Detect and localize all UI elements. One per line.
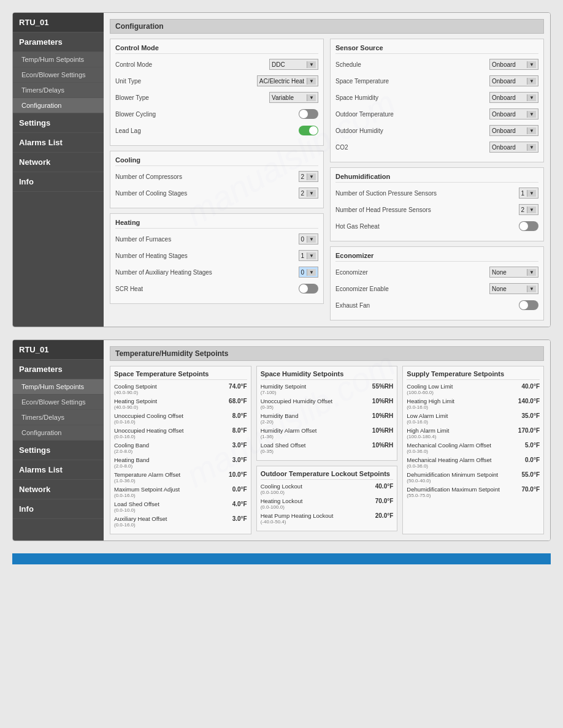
panel2-sidebar-section-settings[interactable]: Settings [13, 441, 104, 460]
sidebar-section-info[interactable]: Info [13, 172, 104, 192]
sp-mech-cooling-alarm-offset-value[interactable]: 5.0°F [515, 442, 540, 449]
sp-cooling-band-value[interactable]: 3.0°F [223, 442, 247, 449]
panel2-sidebar-item-temp-hum[interactable]: Temp/Hum Setpoints [13, 379, 104, 395]
sidebar-section-network[interactable]: Network [13, 153, 104, 172]
sp-temp-alarm-offset-value[interactable]: 10.0°F [223, 471, 247, 478]
label-unit-type: Unit Type [115, 78, 257, 85]
select-co2[interactable]: Onboard ▼ [489, 142, 538, 153]
select-num-compressors[interactable]: 2 ▼ [299, 171, 318, 182]
sp-cooling-setpoint-value[interactable]: 74.0°F [223, 383, 247, 390]
select-economizer-enable[interactable]: None ▼ [489, 283, 538, 294]
value-economizer[interactable]: None ▼ [489, 267, 538, 278]
value-num-cooling-stages[interactable]: 2 ▼ [299, 188, 318, 199]
value-economizer-enable[interactable]: None ▼ [489, 283, 538, 294]
value-num-heating-stages[interactable]: 1 ▼ [299, 250, 318, 261]
panel2-sidebar-section-parameters[interactable]: Parameters [13, 360, 104, 379]
value-head-sensors[interactable]: 2 ▼ [519, 204, 538, 215]
sp-dehum-min-setpoint-label: Dehumidification Minimum Setpoint [407, 471, 515, 478]
select-space-hum[interactable]: Onboard ▼ [489, 92, 538, 103]
panel2-sidebar-item-timers[interactable]: Timers/Delays [13, 410, 104, 425]
sp-heating-lockout-value[interactable]: 70.0°F [369, 498, 393, 504]
select-space-temp[interactable]: Onboard ▼ [489, 75, 538, 86]
toggle-blower-cycling[interactable] [299, 109, 318, 119]
sidebar-item-econ-blower[interactable]: Econ/Blower Settings [13, 67, 104, 83]
sp-hum-load-shed-offset-range: (0-35) [261, 449, 369, 454]
toggle-lead-lag[interactable] [299, 126, 318, 135]
select-num-aux-heating-stages[interactable]: 0 ▼ [299, 267, 318, 278]
sp-hum-alarm-offset-value[interactable]: 10%RH [369, 427, 393, 434]
sp-heating-band-value[interactable]: 3.0°F [223, 457, 247, 463]
panel2-sidebar-title: RTU_01 [13, 340, 104, 360]
toggle-exhaust-fan[interactable] [519, 300, 538, 310]
select-num-cooling-stages[interactable]: 2 ▼ [299, 188, 318, 199]
sp-hp-heating-lockout: Heat Pump Heating Lockout (-40.0-50.4) 2… [261, 512, 394, 525]
value-space-temp[interactable]: Onboard ▼ [489, 75, 538, 86]
sp-hum-band-label-block: Humidity Band (2-20) [261, 412, 369, 425]
sp-mech-heating-alarm-offset-value[interactable]: 0.0°F [515, 457, 540, 463]
select-blower-type[interactable]: Variable ▼ [269, 92, 318, 103]
select-head-sensors[interactable]: 2 ▼ [519, 204, 538, 215]
sp-heating-high-limit-value[interactable]: 140.0°F [515, 398, 540, 404]
toggle-lead-lag-knob [309, 126, 318, 135]
panel2-sidebar-section-info[interactable]: Info [13, 499, 104, 519]
toggle-hot-gas-reheat[interactable] [519, 221, 538, 231]
value-outdoor-temp[interactable]: Onboard ▼ [489, 108, 538, 119]
label-outdoor-temp: Outdoor Temperature [335, 111, 489, 118]
sp-dehum-max-setpoint-value[interactable]: 70.0°F [515, 486, 540, 493]
value-unit-type[interactable]: AC/Electric Heat ▼ [257, 75, 318, 86]
sidebar-section-parameters[interactable]: Parameters [13, 32, 104, 52]
value-lead-lag[interactable] [299, 126, 318, 135]
sp-load-shed-offset-value[interactable]: 4.0°F [223, 501, 247, 507]
panel2-sidebar-item-econ-blower[interactable]: Econ/Blower Settings [13, 395, 104, 410]
value-schedule[interactable]: Onboard ▼ [489, 59, 538, 70]
value-scr-heat[interactable] [299, 284, 318, 294]
sidebar-item-timers[interactable]: Timers/Delays [13, 83, 104, 98]
sp-high-alarm-limit-value[interactable]: 170.0°F [515, 427, 540, 434]
panel2-sidebar-section-alarms[interactable]: Alarms List [13, 460, 104, 480]
sp-unocc-cooling-offset-value[interactable]: 8.0°F [223, 412, 247, 419]
select-economizer[interactable]: None ▼ [489, 267, 538, 278]
select-unit-type[interactable]: AC/Electric Heat ▼ [257, 75, 318, 86]
sp-hum-band-value[interactable]: 10%RH [369, 412, 393, 419]
panel2-sidebar-item-configuration[interactable]: Configuration [13, 425, 104, 441]
sp-unocc-heating-offset-value[interactable]: 8.0°F [223, 427, 247, 434]
value-blower-type[interactable]: Variable ▼ [269, 92, 318, 103]
sidebar-section-alarms[interactable]: Alarms List [13, 133, 104, 153]
value-control-mode[interactable]: DDC ▼ [269, 59, 318, 70]
select-suction-sensors[interactable]: 1 ▼ [519, 188, 538, 199]
sp-hum-load-shed-offset-value[interactable]: 10%RH [369, 442, 393, 449]
value-num-aux-heating-stages[interactable]: 0 ▼ [299, 267, 318, 278]
sidebar-item-temp-hum[interactable]: Temp/Hum Setpoints [13, 52, 104, 67]
value-exhaust-fan[interactable] [519, 300, 538, 310]
sp-aux-heat-offset-value[interactable]: 3.0°F [223, 515, 247, 522]
sp-load-shed-offset: Load Shed Offset (0.0-10.0) 4.0°F [114, 501, 247, 513]
select-control-mode[interactable]: DDC ▼ [269, 59, 318, 70]
sidebar-item-configuration[interactable]: Configuration [13, 98, 104, 113]
sp-heating-setpoint-value[interactable]: 68.0°F [223, 398, 247, 404]
value-outdoor-hum[interactable]: Onboard ▼ [489, 125, 538, 136]
sidebar-section-settings[interactable]: Settings [13, 113, 104, 133]
sp-cooling-low-limit-value[interactable]: 40.0°F [515, 383, 540, 390]
panel2-sidebar-section-network[interactable]: Network [13, 480, 104, 499]
sp-unocc-hum-offset-value[interactable]: 10%RH [369, 398, 393, 404]
value-hot-gas-reheat[interactable] [519, 221, 538, 231]
select-outdoor-hum[interactable]: Onboard ▼ [489, 125, 538, 136]
select-num-furnaces[interactable]: 0 ▼ [299, 233, 318, 245]
sp-low-alarm-limit-value[interactable]: 35.0°F [515, 412, 540, 419]
sp-cooling-lockout-range: (0.0-100.0) [261, 490, 369, 495]
value-num-compressors[interactable]: 2 ▼ [299, 171, 318, 182]
value-co2[interactable]: Onboard ▼ [489, 142, 538, 153]
toggle-scr-heat[interactable] [299, 284, 318, 294]
select-num-heating-stages[interactable]: 1 ▼ [299, 250, 318, 261]
sp-hp-heating-lockout-value[interactable]: 20.0°F [369, 512, 393, 519]
value-space-hum[interactable]: Onboard ▼ [489, 92, 538, 103]
select-schedule[interactable]: Onboard ▼ [489, 59, 538, 70]
sp-hum-setpoint-value[interactable]: 55%RH [369, 383, 393, 390]
value-blower-cycling[interactable] [299, 109, 318, 119]
value-suction-sensors[interactable]: 1 ▼ [519, 188, 538, 199]
sp-dehum-min-setpoint-value[interactable]: 55.0°F [515, 471, 540, 478]
select-outdoor-temp[interactable]: Onboard ▼ [489, 108, 538, 119]
sp-cooling-lockout-value[interactable]: 40.0°F [369, 483, 393, 490]
sp-max-setpoint-adjust-value[interactable]: 0.0°F [223, 486, 247, 493]
value-num-furnaces[interactable]: 0 ▼ [299, 233, 318, 245]
